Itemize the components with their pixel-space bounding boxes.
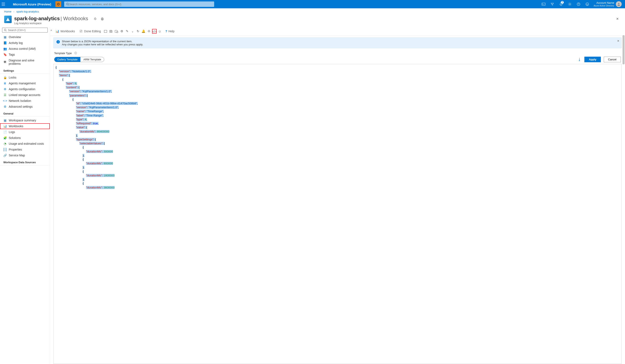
print-icon[interactable] — [101, 17, 104, 21]
edit-icon[interactable]: ✎ — [125, 29, 129, 33]
svg-text:?: ? — [578, 3, 579, 5]
workbooks-gallery-button[interactable]: 📊Workbooks — [54, 29, 76, 34]
sidebar-item-agents-cfg[interactable]: ⚙Agents configuration — [0, 86, 50, 92]
alert-icon[interactable]: 🔔 — [142, 29, 145, 33]
bug-icon[interactable] — [55, 1, 61, 7]
refresh-icon[interactable]: ↻ — [136, 29, 140, 33]
sidebar-search[interactable] — [2, 28, 48, 32]
hamburger-icon[interactable] — [2, 3, 10, 6]
agents-cfg-icon: ⚙ — [3, 88, 7, 91]
props-icon: ║║ — [3, 148, 7, 151]
gallery-template-option[interactable]: Gallery Template — [54, 57, 80, 62]
sidebar-menu: ▦Overview 📘Activity log 👥Access control … — [0, 34, 50, 364]
account-menu[interactable]: Account Name Azure Active Directory — [592, 1, 623, 7]
sidebar-item-overview[interactable]: ▦Overview — [0, 34, 50, 40]
global-search-input[interactable] — [69, 3, 212, 6]
summary-icon: ▦ — [3, 119, 7, 122]
svg-point-9 — [618, 3, 619, 4]
advanced-editor-icon[interactable]: </> — [153, 29, 156, 33]
save-as-icon[interactable] — [115, 29, 118, 33]
feedback-icon[interactable] — [583, 0, 591, 8]
sidebar-item-locks[interactable]: 🔒Locks — [0, 75, 50, 80]
toolbar-label: Workbooks — [61, 30, 75, 33]
done-editing-button[interactable]: ☑Done Editing — [78, 29, 102, 34]
sidebar-item-label: Solutions — [9, 136, 21, 140]
sidebar-item-solutions[interactable]: 🧩Solutions — [0, 135, 50, 141]
main-content: 📊Workbooks ☑Done Editing ⚙ ✎ ⌄ ↻ 🔔 </> ☺… — [50, 27, 625, 364]
account-name: Account Name — [594, 1, 614, 4]
open-icon[interactable] — [104, 29, 107, 33]
banner-line1: Shown below is a JSON representation of … — [62, 40, 143, 43]
top-icons: 7 ? Account Name Azure Active Directory — [540, 0, 623, 8]
scrollbar-thumb[interactable] — [623, 35, 625, 64]
cancel-button[interactable]: Cancel — [604, 57, 621, 62]
sidebar-group-general: General — [0, 110, 50, 117]
resource-type-icon — [4, 16, 12, 23]
sidebar-group-settings: Settings — [0, 67, 50, 74]
apply-button[interactable]: Apply — [584, 57, 601, 62]
brand-label[interactable]: Microsoft Azure (Preview) — [10, 2, 54, 6]
info-icon: i — [57, 40, 60, 44]
sidebar: « ▦Overview 📘Activity log 👥Access contro… — [0, 27, 50, 364]
sidebar-item-service-map[interactable]: 🔗Service Map — [0, 152, 50, 158]
sidebar-item-logs[interactable]: 📄Logs — [0, 129, 50, 135]
sidebar-item-workspace-summary[interactable]: ▦Workspace summary — [0, 118, 50, 123]
notifications-icon[interactable]: 7 — [557, 0, 565, 8]
overview-icon: ▦ — [3, 35, 7, 39]
sidebar-item-label: Workbooks — [9, 124, 23, 128]
sidebar-item-label: Overview — [9, 35, 21, 39]
sidebar-item-advanced[interactable]: ⚙Advanced settings — [0, 104, 50, 110]
iam-icon: 👥 — [3, 47, 7, 50]
top-bar: Microsoft Azure (Preview) 7 ? Account Na… — [0, 0, 625, 8]
sidebar-item-properties[interactable]: ║║Properties — [0, 147, 50, 152]
sidebar-item-agents-mgmt[interactable]: 🖥Agents management — [0, 80, 50, 86]
sidebar-item-network[interactable]: <·>Network Isolation — [0, 98, 50, 104]
svg-rect-12 — [102, 19, 103, 20]
page-title: spark-log-analytics — [14, 16, 60, 21]
sidebar-item-diagnose[interactable]: 🛠Diagnose and solve problems — [0, 58, 50, 67]
emoji-icon[interactable]: ☺ — [158, 29, 162, 33]
sidebar-item-usage[interactable]: ◔Usage and estimated costs — [0, 141, 50, 147]
account-directory: Azure Active Directory — [594, 4, 614, 7]
pin-icon[interactable] — [147, 29, 151, 33]
breadcrumb-sep: › — [13, 10, 14, 13]
info-small-icon[interactable]: ⓘ — [74, 51, 77, 55]
download-icon[interactable]: ⭳ — [578, 57, 581, 62]
sidebar-item-label: Access control (IAM) — [9, 47, 36, 50]
arm-template-option[interactable]: ARM Template — [80, 57, 104, 62]
settings-gear-icon[interactable] — [566, 0, 574, 8]
breadcrumb-home[interactable]: Home — [4, 10, 11, 13]
cloud-shell-icon[interactable] — [540, 0, 548, 8]
sidebar-item-label: Diagnose and solve problems — [9, 59, 46, 65]
sidebar-item-workbooks[interactable]: 📊Workbooks — [0, 123, 50, 129]
sidebar-item-label: Advanced settings — [9, 105, 32, 108]
json-editor[interactable]: { "version": "Notebook/1.0", "items": [ … — [53, 64, 622, 364]
sidebar-item-label: Agents management — [9, 82, 36, 85]
sidebar-item-tags[interactable]: 🔖Tags — [0, 52, 50, 58]
save-icon[interactable] — [109, 29, 113, 33]
toolbar-label: Done Editing — [84, 30, 101, 33]
usage-icon: ◔ — [3, 142, 7, 145]
lock-icon: 🔒 — [3, 76, 7, 79]
close-blade-icon[interactable]: ✕ — [616, 17, 619, 21]
chevron-down-icon[interactable]: ⌄ — [131, 29, 135, 33]
sidebar-item-label: Agents configuration — [9, 88, 35, 91]
sidebar-search-input[interactable] — [8, 29, 46, 32]
directory-filter-icon[interactable] — [548, 0, 556, 8]
dismiss-banner-icon[interactable]: ✕ — [617, 39, 619, 42]
global-search[interactable] — [64, 1, 214, 7]
template-type-row: Template Type ⓘ — [50, 50, 625, 57]
breadcrumb-resource[interactable]: spark-log-analytics — [16, 10, 39, 13]
search-icon — [4, 29, 7, 31]
svg-rect-15 — [117, 31, 118, 33]
sidebar-item-label: Usage and estimated costs — [9, 142, 44, 145]
settings-icon[interactable]: ⚙ — [120, 29, 124, 33]
sidebar-item-label: Workspace summary — [9, 119, 36, 122]
sidebar-item-activity-log[interactable]: 📘Activity log — [0, 40, 50, 46]
pin-icon[interactable] — [94, 17, 97, 21]
sidebar-item-access-control[interactable]: 👥Access control (IAM) — [0, 46, 50, 52]
sidebar-item-storage[interactable]: ☰Linked storage accounts — [0, 92, 50, 98]
svg-point-7 — [587, 3, 587, 4]
help-button[interactable]: ?Help — [163, 29, 176, 34]
help-icon[interactable]: ? — [575, 0, 583, 8]
